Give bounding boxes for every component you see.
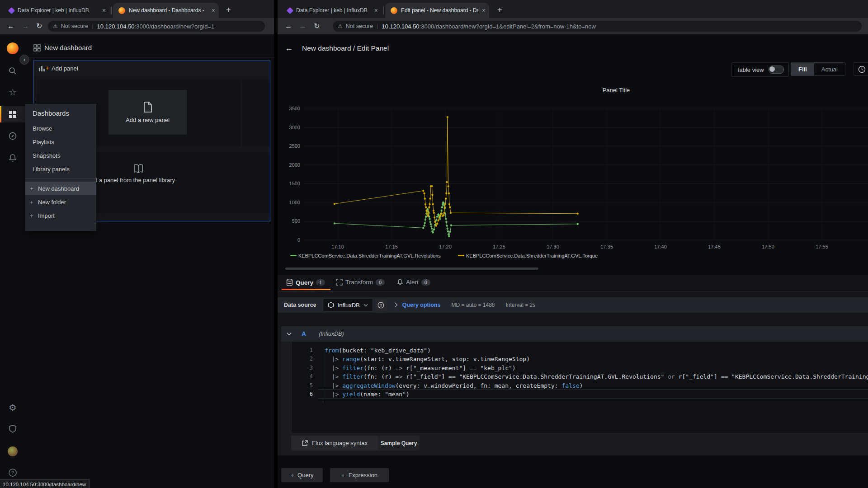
query-count-badge: 1 [316, 279, 325, 286]
database-icon [286, 279, 293, 286]
right-tab-data-explorer[interactable]: Data Explorer | keb | InfluxDB × [283, 4, 382, 17]
help-icon[interactable]: ? [8, 468, 18, 478]
horizontal-scrollbar[interactable] [285, 267, 538, 270]
tab-query[interactable]: Query 1 [286, 279, 325, 286]
add-panel-widget-header[interactable]: + Add panel [33, 61, 270, 75]
add-expression-button[interactable]: + Expression [330, 468, 389, 482]
forward-icon[interactable]: → [299, 23, 307, 30]
menu-item-library-panels[interactable]: Library panels [25, 162, 96, 176]
svg-text:17:30: 17:30 [547, 244, 559, 249]
user-avatar[interactable] [8, 446, 18, 456]
menu-item-snapshots[interactable]: Snapshots [25, 149, 96, 162]
menu-item-label: New dashboard [38, 185, 79, 192]
reload-icon[interactable]: ↻ [314, 23, 320, 30]
alert-bell-icon [397, 279, 403, 286]
reload-icon[interactable]: ↻ [36, 23, 42, 30]
new-tab-button[interactable]: + [226, 6, 231, 14]
tab-alert-label: Alert [406, 279, 419, 286]
svg-text:3500: 3500 [289, 106, 300, 111]
not-secure-label[interactable]: Not secure [61, 23, 88, 29]
close-icon[interactable]: × [212, 7, 215, 14]
svg-text:17:35: 17:35 [600, 244, 613, 249]
svg-text:1000: 1000 [289, 200, 300, 205]
page-title: New dashboard [44, 44, 92, 52]
time-range-clock-button[interactable] [854, 62, 868, 76]
line-number: 6 [292, 390, 319, 399]
toggle-knob [769, 66, 775, 72]
right-tab-edit-panel[interactable]: Edit panel - New dashboard - Da × [385, 3, 489, 18]
svg-text:3000: 3000 [289, 125, 300, 130]
table-view-toggle[interactable] [769, 66, 784, 74]
fill-button[interactable]: Fill [791, 63, 814, 75]
url-divider: | [377, 23, 378, 29]
collapse-chevron-icon[interactable] [287, 332, 292, 336]
table-view-control: Table view [731, 62, 789, 77]
menu-item-import[interactable]: +Import [25, 209, 96, 222]
right-nav-bar: ← → ↻ ⚠ Not secure | 10.120.104.50:3000/… [278, 18, 868, 34]
datasource-help-button[interactable]: ? [375, 299, 387, 311]
panel-library-label: Add a panel from the panel library [87, 177, 175, 183]
query-row-header[interactable]: A (InfluxDB) [281, 326, 868, 342]
tab-alert[interactable]: Alert 0 [397, 279, 430, 286]
clock-icon [858, 66, 866, 73]
alert-count-badge: 0 [421, 279, 430, 286]
svg-text:17:15: 17:15 [385, 244, 398, 249]
flux-syntax-label: Flux language syntax [312, 440, 368, 446]
add-new-panel-card[interactable]: Add a new panel [108, 90, 187, 135]
close-icon[interactable]: × [482, 7, 486, 14]
search-icon[interactable] [8, 66, 18, 76]
url-host: 10.120.104.50 [382, 23, 419, 30]
close-icon[interactable]: × [102, 7, 106, 14]
left-tab-new-dashboard[interactable]: New dashboard - Dashboards - × [113, 3, 219, 18]
back-icon[interactable]: ← [7, 23, 14, 30]
forward-icon[interactable]: → [22, 23, 29, 30]
left-tab-data-explorer[interactable]: Data Explorer | keb | InfluxDB × [5, 4, 109, 17]
influxdb-logo-icon [328, 302, 334, 308]
star-icon[interactable]: ☆ [8, 87, 18, 97]
plus-icon: + [291, 472, 294, 479]
server-admin-shield-icon[interactable] [8, 424, 18, 434]
back-arrow-icon[interactable]: ← [285, 44, 293, 52]
influxdb-favicon [287, 7, 294, 14]
back-icon[interactable]: ← [285, 23, 292, 30]
line-number: 1 [292, 346, 319, 355]
menu-item-playlists[interactable]: Playlists [25, 135, 96, 149]
line-number: 4 [292, 372, 319, 381]
sidebar-expand-chevron[interactable]: › [19, 55, 29, 65]
query-options-link[interactable]: Query options [402, 302, 441, 308]
dashboards-grid-icon[interactable] [8, 110, 17, 119]
grafana-logo[interactable] [7, 42, 19, 54]
flux-code-editor[interactable]: 1from(bucket: "keb_drive_data")2 |> rang… [292, 342, 868, 433]
code-line: 2 |> range(start: v.timeRangeStart, stop… [292, 355, 868, 363]
add-panel-zone-partial [242, 80, 269, 146]
tab-title: Data Explorer | keb | InfluxDB [18, 7, 99, 14]
sample-query-button[interactable]: Sample Query [378, 436, 420, 450]
address-bar[interactable]: ⚠ Not secure | 10.120.104.50:3000/dashbo… [48, 21, 265, 32]
svg-text:17:45: 17:45 [708, 244, 721, 249]
explore-compass-icon[interactable] [8, 131, 18, 141]
flux-language-syntax-button[interactable]: Flux language syntax [291, 436, 378, 450]
svg-text:17:50: 17:50 [762, 244, 774, 249]
chevron-right-icon[interactable] [394, 302, 398, 308]
not-secure-label[interactable]: Not secure [346, 23, 373, 29]
chevron-down-icon [363, 304, 368, 307]
fill-actual-segmented: Fill Actual [791, 62, 845, 76]
tab-title: Data Explorer | keb | InfluxDB [296, 7, 371, 14]
actual-button[interactable]: Actual [814, 63, 845, 75]
alerting-bell-icon[interactable] [8, 153, 18, 163]
menu-item-new-folder[interactable]: +New folder [25, 195, 96, 209]
menu-item-browse[interactable]: Browse [25, 122, 96, 135]
close-icon[interactable]: × [374, 7, 378, 14]
new-tab-button[interactable]: + [497, 6, 502, 14]
datasource-picker[interactable]: InfluxDB [323, 298, 373, 312]
url-host: 10.120.104.50 [97, 23, 134, 30]
address-bar[interactable]: ⚠ Not secure | 10.120.104.50:3000/dashbo… [333, 21, 862, 32]
timeseries-panel-chart[interactable]: 050010001500200025003000350017:1017:1517… [284, 80, 868, 271]
add-panel-header-label: Add panel [52, 65, 78, 72]
add-query-button[interactable]: + Query [281, 468, 323, 482]
svg-text:Panel Title: Panel Title [603, 87, 630, 94]
configuration-gear-icon[interactable]: ⚙ [8, 403, 18, 413]
tab-title: New dashboard - Dashboards - [129, 7, 208, 14]
tab-transform[interactable]: Transform 0 [336, 279, 385, 286]
menu-item-new-dashboard[interactable]: +New dashboard [25, 182, 96, 195]
